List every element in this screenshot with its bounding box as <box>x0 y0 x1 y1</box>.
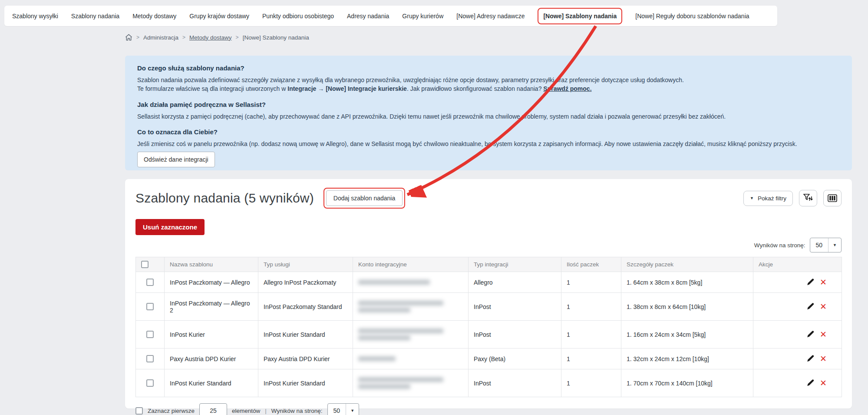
cell-integration-account <box>353 293 469 321</box>
select-all-checkbox[interactable] <box>141 261 149 268</box>
top-tab-bar: Szablony wysyłkiSzablony nadaniaMetody d… <box>4 6 777 26</box>
refresh-integrations-button[interactable]: Odśwież dane integracji <box>137 152 215 167</box>
row-checkbox[interactable] <box>146 303 154 310</box>
nav-tab-4[interactable]: Punkty odbioru osobistego <box>262 13 334 20</box>
chevron-down-icon: ▼ <box>346 408 359 413</box>
cell-service-type: InPost Kurier Standard <box>258 321 353 349</box>
cell-template-name: InPost Paczkomaty — Allegro 2 <box>165 293 258 321</box>
annotation-highlight-box: Dodaj szablon nadania <box>323 188 405 209</box>
add-template-button[interactable]: Dodaj szablon nadania <box>326 190 403 206</box>
edit-icon[interactable] <box>807 303 814 310</box>
nav-tab-7[interactable]: [Nowe] Adresy nadawcze <box>456 13 525 20</box>
breadcrumb-item-current: [Nowe] Szablony nadania <box>243 34 309 41</box>
cell-actions: ✕ <box>753 272 842 293</box>
cell-package-details: 1. 38cm x 8cm x 64cm [10kg] <box>621 293 753 321</box>
cell-service-type: InPost Kurier Standard <box>258 369 353 397</box>
nav-tab-2[interactable]: Metody dostawy <box>132 13 176 20</box>
nav-tab-3[interactable]: Grupy krajów dostawy <box>189 13 249 20</box>
cell-integration-account <box>353 321 469 349</box>
home-icon[interactable] <box>125 34 132 41</box>
table-row: InPost Kurier StandardInPost Kurier Stan… <box>136 369 842 397</box>
nav-tab-1[interactable]: Szablony nadania <box>71 13 119 20</box>
breadcrumb-item-administracja[interactable]: Administracja <box>143 34 178 41</box>
columns-button[interactable] <box>823 190 842 206</box>
redacted-text <box>358 377 443 382</box>
edit-icon[interactable] <box>807 379 814 387</box>
cell-template-name: InPost Paczkomaty — Allegro <box>165 272 258 293</box>
cell-service-type: Allegro InPost Paczkomaty <box>258 272 353 293</box>
cell-integration-type: InPost <box>469 369 561 397</box>
cell-package-details: 1. 32cm x 24cm x 12cm [10kg] <box>621 349 753 369</box>
cell-template-name: Paxy Austria DPD Kurier <box>165 349 258 369</box>
breadcrumb-separator: > <box>236 34 239 40</box>
breadcrumb: > Administracja > Metody dostawy > [Nowe… <box>125 34 309 41</box>
cell-template-name: InPost Kurier Standard <box>165 369 258 397</box>
edit-icon[interactable] <box>807 279 814 286</box>
edit-icon[interactable] <box>807 331 814 338</box>
nav-tab-0[interactable]: Szablony wysyłki <box>12 13 58 20</box>
cell-actions: ✕ <box>753 349 842 369</box>
redacted-text <box>358 280 430 285</box>
redacted-text <box>358 329 443 333</box>
table-row: InPost Paczkomaty — Allegro 2InPost Pacz… <box>136 293 842 321</box>
info-text-bold-integrations: Integracje → [Nowe] Integracje kurierski… <box>287 85 407 92</box>
cell-package-count: 1 <box>561 293 621 321</box>
row-checkbox[interactable] <box>146 331 154 338</box>
redacted-text <box>358 335 410 340</box>
info-heading-cache: Jak działa pamięć podręczna w Sellasist? <box>137 101 840 108</box>
column-header: Akcje <box>753 257 842 272</box>
redacted-text <box>358 301 443 305</box>
elements-label: elementów <box>232 408 260 414</box>
column-header: Nazwa szablonu <box>165 257 258 272</box>
breadcrumb-separator: > <box>182 34 185 40</box>
info-text-part: Te formularze właściwe są dla integracji… <box>137 85 287 92</box>
row-checkbox[interactable] <box>146 379 154 387</box>
cell-package-details: 1. 70cm x 70cm x 140cm [10kg] <box>621 369 753 397</box>
sort-filter-button[interactable] <box>799 190 817 206</box>
cell-actions: ✕ <box>753 293 842 321</box>
edit-icon[interactable] <box>807 355 814 362</box>
delete-icon[interactable]: ✕ <box>820 302 827 311</box>
select-first-count-input[interactable] <box>199 403 227 415</box>
show-filters-button[interactable]: ▼ Pokaż filtry <box>743 191 793 206</box>
row-checkbox[interactable] <box>146 355 154 362</box>
cell-actions: ✕ <box>753 369 842 397</box>
table-row: Paxy Austria DPD KurierPaxy Austria DPD … <box>136 349 842 369</box>
nav-tab-5[interactable]: Adresy nadania <box>347 13 389 20</box>
row-checkbox[interactable] <box>146 279 154 286</box>
nav-tab-6[interactable]: Grupy kurierów <box>402 13 443 20</box>
redacted-text <box>358 384 410 389</box>
cell-actions: ✕ <box>753 321 842 349</box>
column-header: Typ integracji <box>469 257 561 272</box>
cell-integration-account <box>353 369 469 397</box>
cell-package-count: 1 <box>561 321 621 349</box>
column-header: Ilość paczek <box>561 257 621 272</box>
column-header: Konto integracyjne <box>353 257 469 272</box>
check-help-link[interactable]: Sprawdź pomoc. <box>543 85 591 92</box>
per-page-select[interactable]: 50 ▼ <box>810 238 842 252</box>
cell-integration-account <box>353 272 469 293</box>
delete-icon[interactable]: ✕ <box>820 355 827 363</box>
breadcrumb-item-metody-dostawy[interactable]: Metody dostawy <box>189 34 232 41</box>
delete-icon[interactable]: ✕ <box>820 330 827 339</box>
column-header: Typ usługi <box>258 257 353 272</box>
select-first-checkbox[interactable] <box>135 407 143 415</box>
cell-integration-account <box>353 349 469 369</box>
delete-icon[interactable]: ✕ <box>820 278 827 286</box>
cell-template-name: InPost Kurier <box>165 321 258 349</box>
per-page-value: 50 <box>810 242 828 249</box>
per-page-label-footer: Wyników na stronę: <box>271 408 323 414</box>
nav-tab-9[interactable]: [Nowe] Reguły doboru szablonów nadania <box>635 13 749 20</box>
cell-package-count: 1 <box>561 369 621 397</box>
info-text-meaning: Jeśli zmienisz coś w panelu przewoźnika … <box>137 139 840 148</box>
nav-tab-8[interactable]: [Nowe] Szablony nadania <box>538 8 622 24</box>
per-page-label: Wyników na stronę: <box>754 242 805 249</box>
cell-integration-type: InPost <box>469 321 561 349</box>
delete-icon[interactable]: ✕ <box>820 379 827 387</box>
cell-integration-type: Allegro <box>469 272 561 293</box>
delete-selected-button[interactable]: Usuń zaznaczone <box>135 219 205 235</box>
per-page-select-footer[interactable]: 50 ▼ <box>327 403 360 415</box>
cell-integration-type: Paxy (Beta) <box>469 349 561 369</box>
templates-card: Szablony nadania (5 wyników) Dodaj szabl… <box>125 179 852 408</box>
cell-package-details: 1. 64cm x 38cm x 8cm [5kg] <box>621 272 753 293</box>
